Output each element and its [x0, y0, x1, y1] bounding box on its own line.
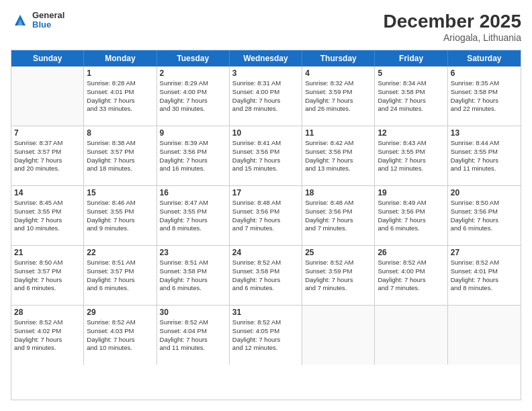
calendar-cell: 14Sunrise: 8:45 AM Sunset: 3:55 PM Dayli…	[11, 186, 84, 245]
calendar-cell: 22Sunrise: 8:51 AM Sunset: 3:57 PM Dayli…	[84, 246, 157, 305]
day-number: 12	[378, 128, 444, 138]
day-info: Sunrise: 8:49 AM Sunset: 3:56 PM Dayligh…	[378, 199, 444, 233]
day-info: Sunrise: 8:37 AM Sunset: 3:57 PM Dayligh…	[14, 139, 81, 173]
calendar-cell: 11Sunrise: 8:42 AM Sunset: 3:56 PM Dayli…	[302, 126, 375, 185]
calendar-subtitle: Ariogala, Lithuania	[384, 32, 521, 43]
day-info: Sunrise: 8:39 AM Sunset: 3:56 PM Dayligh…	[160, 139, 226, 173]
calendar-week-5: 28Sunrise: 8:52 AM Sunset: 4:02 PM Dayli…	[11, 306, 521, 365]
calendar-cell: 12Sunrise: 8:43 AM Sunset: 3:55 PM Dayli…	[375, 126, 447, 185]
day-number: 30	[160, 308, 226, 317]
day-info: Sunrise: 8:31 AM Sunset: 4:00 PM Dayligh…	[232, 79, 299, 113]
day-number: 9	[160, 128, 226, 138]
calendar-header-row: SundayMondayTuesdayWednesdayThursdayFrid…	[11, 50, 521, 66]
day-info: Sunrise: 8:48 AM Sunset: 3:56 PM Dayligh…	[232, 199, 299, 233]
calendar-week-4: 21Sunrise: 8:50 AM Sunset: 3:57 PM Dayli…	[11, 246, 521, 306]
calendar-cell: 18Sunrise: 8:48 AM Sunset: 3:56 PM Dayli…	[302, 186, 375, 245]
calendar-cell	[302, 306, 375, 365]
day-number: 7	[14, 128, 81, 138]
calendar-cell: 23Sunrise: 8:51 AM Sunset: 3:58 PM Dayli…	[157, 246, 230, 305]
day-info: Sunrise: 8:52 AM Sunset: 4:02 PM Dayligh…	[14, 318, 81, 353]
calendar-cell: 25Sunrise: 8:52 AM Sunset: 3:59 PM Dayli…	[302, 246, 375, 305]
calendar-cell: 4Sunrise: 8:32 AM Sunset: 3:59 PM Daylig…	[302, 66, 375, 126]
day-info: Sunrise: 8:38 AM Sunset: 3:57 PM Dayligh…	[87, 139, 153, 173]
calendar-cell: 2Sunrise: 8:29 AM Sunset: 4:00 PM Daylig…	[157, 66, 230, 126]
day-number: 31	[232, 308, 299, 317]
day-info: Sunrise: 8:34 AM Sunset: 3:58 PM Dayligh…	[378, 79, 444, 113]
day-info: Sunrise: 8:45 AM Sunset: 3:55 PM Dayligh…	[14, 199, 81, 233]
day-info: Sunrise: 8:35 AM Sunset: 3:58 PM Dayligh…	[451, 79, 518, 113]
calendar: SundayMondayTuesdayWednesdayThursdayFrid…	[11, 50, 521, 400]
day-number: 1	[87, 68, 153, 78]
day-number: 17	[232, 188, 299, 197]
day-info: Sunrise: 8:48 AM Sunset: 3:56 PM Dayligh…	[305, 199, 371, 233]
calendar-cell: 5Sunrise: 8:34 AM Sunset: 3:58 PM Daylig…	[375, 66, 447, 126]
day-number: 10	[232, 128, 299, 138]
calendar-cell: 20Sunrise: 8:50 AM Sunset: 3:56 PM Dayli…	[448, 186, 521, 245]
day-number: 28	[14, 308, 81, 317]
calendar-cell: 26Sunrise: 8:52 AM Sunset: 4:00 PM Dayli…	[375, 246, 447, 305]
day-info: Sunrise: 8:28 AM Sunset: 4:01 PM Dayligh…	[87, 79, 153, 113]
day-info: Sunrise: 8:50 AM Sunset: 3:57 PM Dayligh…	[14, 259, 81, 293]
page: General Blue December 2025 Ariogala, Lit…	[0, 0, 532, 411]
day-info: Sunrise: 8:52 AM Sunset: 3:59 PM Dayligh…	[305, 259, 371, 293]
calendar-cell: 16Sunrise: 8:47 AM Sunset: 3:55 PM Dayli…	[157, 186, 230, 245]
calendar-cell: 6Sunrise: 8:35 AM Sunset: 3:58 PM Daylig…	[448, 66, 521, 126]
calendar-cell: 27Sunrise: 8:52 AM Sunset: 4:01 PM Dayli…	[448, 246, 521, 305]
day-info: Sunrise: 8:50 AM Sunset: 3:56 PM Dayligh…	[451, 199, 518, 233]
calendar-cell: 17Sunrise: 8:48 AM Sunset: 3:56 PM Dayli…	[230, 186, 302, 245]
day-number: 14	[14, 188, 81, 197]
day-info: Sunrise: 8:46 AM Sunset: 3:55 PM Dayligh…	[87, 199, 153, 233]
day-number: 21	[14, 248, 81, 257]
day-number: 16	[160, 188, 226, 197]
calendar-body: 1Sunrise: 8:28 AM Sunset: 4:01 PM Daylig…	[11, 66, 521, 365]
day-number: 29	[87, 308, 153, 317]
day-info: Sunrise: 8:51 AM Sunset: 3:57 PM Dayligh…	[87, 259, 153, 293]
day-number: 23	[160, 248, 226, 257]
day-header-friday: Friday	[375, 50, 447, 66]
calendar-cell: 1Sunrise: 8:28 AM Sunset: 4:01 PM Daylig…	[84, 66, 157, 126]
calendar-cell: 15Sunrise: 8:46 AM Sunset: 3:55 PM Dayli…	[84, 186, 157, 245]
calendar-cell: 30Sunrise: 8:52 AM Sunset: 4:04 PM Dayli…	[157, 306, 230, 365]
calendar-cell: 7Sunrise: 8:37 AM Sunset: 3:57 PM Daylig…	[11, 126, 84, 185]
day-number: 13	[451, 128, 518, 138]
calendar-cell: 10Sunrise: 8:41 AM Sunset: 3:56 PM Dayli…	[230, 126, 302, 185]
day-number: 27	[451, 248, 518, 257]
day-info: Sunrise: 8:52 AM Sunset: 4:03 PM Dayligh…	[87, 318, 153, 353]
day-number: 18	[305, 188, 371, 197]
calendar-week-3: 14Sunrise: 8:45 AM Sunset: 3:55 PM Dayli…	[11, 186, 521, 246]
day-header-saturday: Saturday	[448, 50, 521, 66]
day-number: 3	[232, 68, 299, 78]
day-info: Sunrise: 8:42 AM Sunset: 3:56 PM Dayligh…	[305, 139, 371, 173]
day-number: 11	[305, 128, 371, 138]
day-header-monday: Monday	[84, 50, 157, 66]
day-number: 4	[305, 68, 371, 78]
calendar-cell: 8Sunrise: 8:38 AM Sunset: 3:57 PM Daylig…	[84, 126, 157, 185]
day-number: 25	[305, 248, 371, 257]
day-number: 24	[232, 248, 299, 257]
day-info: Sunrise: 8:52 AM Sunset: 4:05 PM Dayligh…	[232, 318, 299, 353]
day-number: 19	[378, 188, 444, 197]
day-header-wednesday: Wednesday	[230, 50, 302, 66]
calendar-cell: 13Sunrise: 8:44 AM Sunset: 3:55 PM Dayli…	[448, 126, 521, 185]
calendar-title: December 2025	[384, 11, 521, 32]
calendar-cell: 3Sunrise: 8:31 AM Sunset: 4:00 PM Daylig…	[230, 66, 302, 126]
calendar-cell	[11, 66, 84, 126]
day-number: 22	[87, 248, 153, 257]
header: General Blue December 2025 Ariogala, Lit…	[11, 11, 521, 43]
day-number: 2	[160, 68, 226, 78]
calendar-cell: 29Sunrise: 8:52 AM Sunset: 4:03 PM Dayli…	[84, 306, 157, 365]
day-info: Sunrise: 8:52 AM Sunset: 3:58 PM Dayligh…	[232, 259, 299, 293]
day-number: 20	[451, 188, 518, 197]
day-number: 26	[378, 248, 444, 257]
calendar-cell: 24Sunrise: 8:52 AM Sunset: 3:58 PM Dayli…	[230, 246, 302, 305]
calendar-cell	[448, 306, 521, 365]
calendar-cell	[375, 306, 447, 365]
day-info: Sunrise: 8:52 AM Sunset: 4:00 PM Dayligh…	[378, 259, 444, 293]
day-header-sunday: Sunday	[11, 50, 84, 66]
day-header-thursday: Thursday	[302, 50, 375, 66]
calendar-cell: 31Sunrise: 8:52 AM Sunset: 4:05 PM Dayli…	[230, 306, 302, 365]
day-info: Sunrise: 8:47 AM Sunset: 3:55 PM Dayligh…	[160, 199, 226, 233]
calendar-cell: 19Sunrise: 8:49 AM Sunset: 3:56 PM Dayli…	[375, 186, 447, 245]
day-info: Sunrise: 8:43 AM Sunset: 3:55 PM Dayligh…	[378, 139, 444, 173]
logo-general: General	[32, 10, 64, 20]
